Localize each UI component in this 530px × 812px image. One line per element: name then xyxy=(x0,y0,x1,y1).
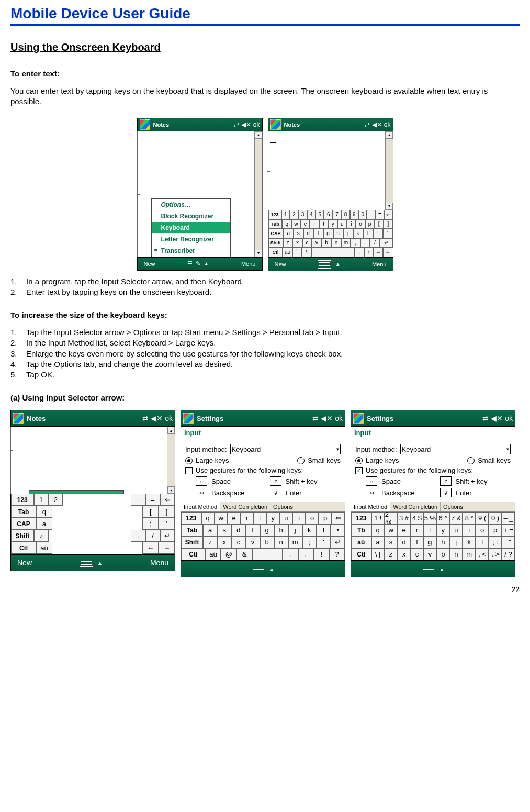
im-letter-recognizer[interactable]: Letter Recognizer xyxy=(152,233,230,245)
key[interactable]: • xyxy=(331,524,345,536)
key[interactable]: / xyxy=(370,238,379,248)
key[interactable]: x xyxy=(292,238,302,248)
key[interactable]: r xyxy=(310,219,319,229)
key[interactable]: , xyxy=(283,548,298,560)
scrollbar[interactable]: ▴ ▾ xyxy=(254,131,262,257)
radio-large-keys[interactable] xyxy=(355,457,363,464)
connectivity-icon[interactable]: ⇄ xyxy=(365,121,370,128)
key-arrow-left[interactable]: ← xyxy=(374,248,383,257)
key[interactable]: 1 xyxy=(34,494,49,506)
key[interactable]: 1 xyxy=(281,210,290,219)
key-backspace[interactable]: ⇐ xyxy=(332,512,345,524)
volume-icon[interactable]: ◀✕ xyxy=(491,414,503,422)
key-enter[interactable]: ↵ xyxy=(380,238,393,248)
key-arrow-right[interactable]: → xyxy=(159,542,175,554)
key[interactable]: , < xyxy=(476,548,489,560)
key[interactable]: = xyxy=(145,494,160,506)
key-123[interactable]: 123 xyxy=(351,512,371,524)
input-selector-arrow[interactable]: ▲ xyxy=(439,566,445,572)
key[interactable]: g xyxy=(260,524,274,536)
key-space[interactable] xyxy=(252,548,283,560)
key[interactable]: s xyxy=(217,524,231,536)
start-icon[interactable] xyxy=(270,119,281,130)
key-123[interactable]: 123 xyxy=(181,512,201,524)
key[interactable]: j xyxy=(449,536,463,548)
key[interactable]: 5 xyxy=(315,210,324,219)
key[interactable]: i xyxy=(292,512,306,524)
cmd-menu[interactable]: Menu xyxy=(241,261,256,267)
tab-word-completion[interactable]: Word Completion xyxy=(220,502,270,511)
key[interactable]: 7 xyxy=(333,210,341,219)
key[interactable]: \ | xyxy=(371,548,385,560)
key[interactable]: j xyxy=(343,229,353,238)
key[interactable]: c xyxy=(231,536,245,548)
key-tab[interactable]: Tab xyxy=(181,524,203,536)
key[interactable]: ' xyxy=(317,536,331,548)
key[interactable]: - xyxy=(131,494,145,506)
ok-button[interactable]: ok xyxy=(165,414,173,422)
key[interactable]: t xyxy=(253,512,266,524)
onscreen-keyboard-large-b[interactable]: 123 1 ! 2 @ 3 # 4 $ 5 % 6 ^ 7 & 8 * 9 ( … xyxy=(351,512,515,561)
key[interactable]: o xyxy=(476,524,489,536)
key[interactable]: x xyxy=(398,548,411,560)
key[interactable]: b xyxy=(436,548,449,560)
key[interactable]: u xyxy=(449,524,463,536)
key-backspace[interactable]: ⇐ xyxy=(384,210,392,219)
key[interactable]: ] xyxy=(159,506,175,518)
key[interactable]: ` xyxy=(292,248,302,257)
key[interactable]: z xyxy=(34,530,49,542)
onscreen-keyboard-truncated[interactable]: 123 1 2 - = ⇐ Tab q [ ] CAP a ; ' xyxy=(10,494,175,554)
key[interactable]: ; : xyxy=(489,536,502,548)
radio-small-keys[interactable] xyxy=(297,457,305,464)
key[interactable]: & xyxy=(236,548,252,560)
onscreen-keyboard-large-a[interactable]: 123 q w e r t y u i o p ⇐ Tab a s d f g … xyxy=(181,512,345,561)
scroll-down-button[interactable]: ▾ xyxy=(167,486,175,494)
key[interactable]: p xyxy=(489,524,502,536)
input-selector-arrow[interactable]: ▲ xyxy=(204,261,209,266)
key[interactable]: 8 xyxy=(341,210,349,219)
cmd-write-icon[interactable]: ✎ xyxy=(196,260,200,267)
radio-small-keys[interactable] xyxy=(467,457,475,464)
key-ctl[interactable]: Ctl xyxy=(268,248,283,257)
key-123[interactable]: 123 xyxy=(11,494,34,506)
key-ctl[interactable]: Ctl xyxy=(181,548,206,560)
key[interactable]: p xyxy=(319,512,332,524)
key[interactable]: 1 ! xyxy=(371,512,385,524)
key-intl[interactable]: áü xyxy=(283,248,292,257)
key[interactable]: u xyxy=(279,512,292,524)
input-selector-arrow[interactable]: ▲ xyxy=(97,560,103,566)
key[interactable]: ? xyxy=(329,548,345,560)
key[interactable]: d xyxy=(303,229,313,238)
key[interactable]: 0 xyxy=(358,210,367,219)
key[interactable]: a xyxy=(371,536,385,548)
scroll-up-button[interactable]: ▴ xyxy=(255,131,262,139)
im-block-recognizer[interactable]: Block Recognizer xyxy=(152,210,230,222)
key[interactable]: t xyxy=(423,524,436,536)
key[interactable]: 3 # xyxy=(398,512,411,524)
key[interactable]: e xyxy=(398,524,411,536)
key-arrow-down[interactable]: ↓ xyxy=(355,248,364,257)
ok-button[interactable]: ok xyxy=(505,414,513,422)
key[interactable]: w xyxy=(291,219,301,229)
key[interactable]: 2 @ xyxy=(385,512,398,524)
volume-icon[interactable]: ◀✕ xyxy=(151,414,163,422)
key[interactable]: ' xyxy=(159,518,175,530)
key[interactable]: . xyxy=(298,548,314,560)
scrollbar[interactable]: ▴ ▾ xyxy=(167,427,175,494)
key-shift[interactable]: Shift xyxy=(11,530,34,542)
key[interactable]: z xyxy=(385,548,398,560)
key[interactable]: e xyxy=(228,512,241,524)
tab-input-method[interactable]: Input Method xyxy=(181,502,220,511)
im-transcriber[interactable]: Transcriber xyxy=(152,245,230,257)
cmd-new[interactable]: New xyxy=(275,261,286,268)
key-backspace[interactable]: ⇐ xyxy=(160,494,175,506)
key[interactable]: . > xyxy=(489,548,502,560)
key[interactable]: \ xyxy=(302,248,311,257)
key[interactable]: . xyxy=(360,238,370,248)
im-options[interactable]: Options… xyxy=(152,199,230,210)
key[interactable]: g xyxy=(323,229,333,238)
key[interactable]: c xyxy=(302,238,312,248)
checkbox-use-gestures[interactable] xyxy=(185,467,193,474)
key[interactable]: f xyxy=(411,536,424,548)
key[interactable]: l xyxy=(317,524,331,536)
